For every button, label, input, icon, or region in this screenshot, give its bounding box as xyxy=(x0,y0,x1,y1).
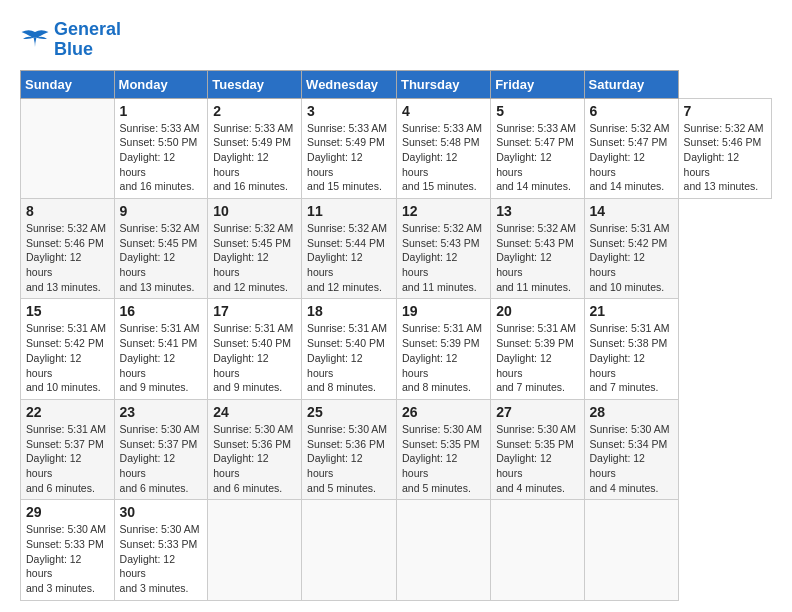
weekday-header-wednesday: Wednesday xyxy=(302,70,397,98)
weekday-header-saturday: Saturday xyxy=(584,70,678,98)
day-number: 11 xyxy=(307,203,391,219)
calendar-week-row: 22 Sunrise: 5:31 AMSunset: 5:37 PMDaylig… xyxy=(21,399,772,499)
day-number: 26 xyxy=(402,404,485,420)
day-number: 5 xyxy=(496,103,578,119)
calendar-cell xyxy=(208,500,302,600)
day-info: Sunrise: 5:30 AMSunset: 5:36 PMDaylight:… xyxy=(307,423,387,494)
day-number: 15 xyxy=(26,303,109,319)
day-info: Sunrise: 5:33 AMSunset: 5:47 PMDaylight:… xyxy=(496,122,576,193)
day-number: 23 xyxy=(120,404,203,420)
calendar-cell: 28 Sunrise: 5:30 AMSunset: 5:34 PMDaylig… xyxy=(584,399,678,499)
calendar-cell: 13 Sunrise: 5:32 AMSunset: 5:43 PMDaylig… xyxy=(491,199,584,299)
day-info: Sunrise: 5:31 AMSunset: 5:42 PMDaylight:… xyxy=(26,322,106,393)
day-info: Sunrise: 5:32 AMSunset: 5:43 PMDaylight:… xyxy=(496,222,576,293)
day-number: 4 xyxy=(402,103,485,119)
day-info: Sunrise: 5:31 AMSunset: 5:42 PMDaylight:… xyxy=(590,222,670,293)
day-info: Sunrise: 5:32 AMSunset: 5:46 PMDaylight:… xyxy=(26,222,106,293)
weekday-header-sunday: Sunday xyxy=(21,70,115,98)
calendar-cell: 11 Sunrise: 5:32 AMSunset: 5:44 PMDaylig… xyxy=(302,199,397,299)
day-info: Sunrise: 5:30 AMSunset: 5:35 PMDaylight:… xyxy=(402,423,482,494)
day-number: 3 xyxy=(307,103,391,119)
page-header: General Blue xyxy=(20,20,772,60)
day-number: 2 xyxy=(213,103,296,119)
calendar-cell: 30 Sunrise: 5:30 AMSunset: 5:33 PMDaylig… xyxy=(114,500,208,600)
day-number: 12 xyxy=(402,203,485,219)
day-info: Sunrise: 5:31 AMSunset: 5:37 PMDaylight:… xyxy=(26,423,106,494)
weekday-header-tuesday: Tuesday xyxy=(208,70,302,98)
calendar-week-row: 1 Sunrise: 5:33 AMSunset: 5:50 PMDayligh… xyxy=(21,98,772,198)
day-info: Sunrise: 5:32 AMSunset: 5:45 PMDaylight:… xyxy=(213,222,293,293)
day-info: Sunrise: 5:32 AMSunset: 5:44 PMDaylight:… xyxy=(307,222,387,293)
day-number: 8 xyxy=(26,203,109,219)
day-info: Sunrise: 5:30 AMSunset: 5:33 PMDaylight:… xyxy=(26,523,106,594)
calendar-cell: 24 Sunrise: 5:30 AMSunset: 5:36 PMDaylig… xyxy=(208,399,302,499)
day-number: 25 xyxy=(307,404,391,420)
calendar-cell: 14 Sunrise: 5:31 AMSunset: 5:42 PMDaylig… xyxy=(584,199,678,299)
calendar-cell: 16 Sunrise: 5:31 AMSunset: 5:41 PMDaylig… xyxy=(114,299,208,399)
calendar-cell xyxy=(396,500,490,600)
day-number: 7 xyxy=(684,103,766,119)
day-info: Sunrise: 5:33 AMSunset: 5:49 PMDaylight:… xyxy=(307,122,387,193)
day-info: Sunrise: 5:31 AMSunset: 5:39 PMDaylight:… xyxy=(496,322,576,393)
calendar-cell xyxy=(584,500,678,600)
day-number: 29 xyxy=(26,504,109,520)
calendar-week-row: 29 Sunrise: 5:30 AMSunset: 5:33 PMDaylig… xyxy=(21,500,772,600)
day-number: 24 xyxy=(213,404,296,420)
day-info: Sunrise: 5:32 AMSunset: 5:46 PMDaylight:… xyxy=(684,122,764,193)
empty-cell xyxy=(21,98,115,198)
day-info: Sunrise: 5:31 AMSunset: 5:41 PMDaylight:… xyxy=(120,322,200,393)
day-info: Sunrise: 5:32 AMSunset: 5:43 PMDaylight:… xyxy=(402,222,482,293)
calendar-cell: 18 Sunrise: 5:31 AMSunset: 5:40 PMDaylig… xyxy=(302,299,397,399)
day-info: Sunrise: 5:31 AMSunset: 5:40 PMDaylight:… xyxy=(213,322,293,393)
day-number: 6 xyxy=(590,103,673,119)
weekday-header-row: SundayMondayTuesdayWednesdayThursdayFrid… xyxy=(21,70,772,98)
calendar-cell: 17 Sunrise: 5:31 AMSunset: 5:40 PMDaylig… xyxy=(208,299,302,399)
calendar-cell xyxy=(491,500,584,600)
weekday-header-thursday: Thursday xyxy=(396,70,490,98)
calendar-cell: 8 Sunrise: 5:32 AMSunset: 5:46 PMDayligh… xyxy=(21,199,115,299)
day-info: Sunrise: 5:32 AMSunset: 5:47 PMDaylight:… xyxy=(590,122,670,193)
logo-text-general: General xyxy=(54,20,121,40)
calendar-cell xyxy=(302,500,397,600)
calendar-cell: 3 Sunrise: 5:33 AMSunset: 5:49 PMDayligh… xyxy=(302,98,397,198)
day-number: 20 xyxy=(496,303,578,319)
day-number: 9 xyxy=(120,203,203,219)
calendar-cell: 12 Sunrise: 5:32 AMSunset: 5:43 PMDaylig… xyxy=(396,199,490,299)
day-number: 21 xyxy=(590,303,673,319)
day-number: 28 xyxy=(590,404,673,420)
day-number: 19 xyxy=(402,303,485,319)
calendar-cell: 23 Sunrise: 5:30 AMSunset: 5:37 PMDaylig… xyxy=(114,399,208,499)
calendar-cell: 29 Sunrise: 5:30 AMSunset: 5:33 PMDaylig… xyxy=(21,500,115,600)
day-number: 13 xyxy=(496,203,578,219)
day-info: Sunrise: 5:31 AMSunset: 5:39 PMDaylight:… xyxy=(402,322,482,393)
calendar-cell: 26 Sunrise: 5:30 AMSunset: 5:35 PMDaylig… xyxy=(396,399,490,499)
day-number: 22 xyxy=(26,404,109,420)
calendar-cell: 9 Sunrise: 5:32 AMSunset: 5:45 PMDayligh… xyxy=(114,199,208,299)
calendar-week-row: 15 Sunrise: 5:31 AMSunset: 5:42 PMDaylig… xyxy=(21,299,772,399)
day-info: Sunrise: 5:32 AMSunset: 5:45 PMDaylight:… xyxy=(120,222,200,293)
calendar-cell: 5 Sunrise: 5:33 AMSunset: 5:47 PMDayligh… xyxy=(491,98,584,198)
calendar-cell: 7 Sunrise: 5:32 AMSunset: 5:46 PMDayligh… xyxy=(678,98,771,198)
day-info: Sunrise: 5:31 AMSunset: 5:38 PMDaylight:… xyxy=(590,322,670,393)
day-info: Sunrise: 5:30 AMSunset: 5:36 PMDaylight:… xyxy=(213,423,293,494)
day-number: 10 xyxy=(213,203,296,219)
day-number: 30 xyxy=(120,504,203,520)
day-number: 17 xyxy=(213,303,296,319)
logo-icon xyxy=(20,27,50,52)
day-info: Sunrise: 5:33 AMSunset: 5:50 PMDaylight:… xyxy=(120,122,200,193)
day-info: Sunrise: 5:30 AMSunset: 5:34 PMDaylight:… xyxy=(590,423,670,494)
day-info: Sunrise: 5:33 AMSunset: 5:49 PMDaylight:… xyxy=(213,122,293,193)
logo: General Blue xyxy=(20,20,121,60)
calendar-cell: 27 Sunrise: 5:30 AMSunset: 5:35 PMDaylig… xyxy=(491,399,584,499)
day-number: 14 xyxy=(590,203,673,219)
calendar-cell: 25 Sunrise: 5:30 AMSunset: 5:36 PMDaylig… xyxy=(302,399,397,499)
day-number: 27 xyxy=(496,404,578,420)
calendar-table: SundayMondayTuesdayWednesdayThursdayFrid… xyxy=(20,70,772,601)
day-number: 18 xyxy=(307,303,391,319)
calendar-cell: 20 Sunrise: 5:31 AMSunset: 5:39 PMDaylig… xyxy=(491,299,584,399)
day-number: 16 xyxy=(120,303,203,319)
day-info: Sunrise: 5:31 AMSunset: 5:40 PMDaylight:… xyxy=(307,322,387,393)
calendar-cell: 21 Sunrise: 5:31 AMSunset: 5:38 PMDaylig… xyxy=(584,299,678,399)
day-number: 1 xyxy=(120,103,203,119)
day-info: Sunrise: 5:33 AMSunset: 5:48 PMDaylight:… xyxy=(402,122,482,193)
